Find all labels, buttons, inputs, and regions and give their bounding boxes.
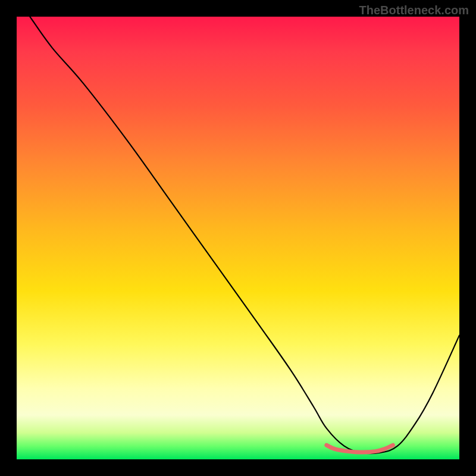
watermark-text: TheBottleneck.com: [359, 4, 469, 17]
bottleneck-curve-path: [30, 17, 459, 453]
optimal-range-marker-path: [327, 445, 393, 452]
chart-plot-area: [17, 17, 459, 459]
chart-svg: [17, 17, 459, 459]
